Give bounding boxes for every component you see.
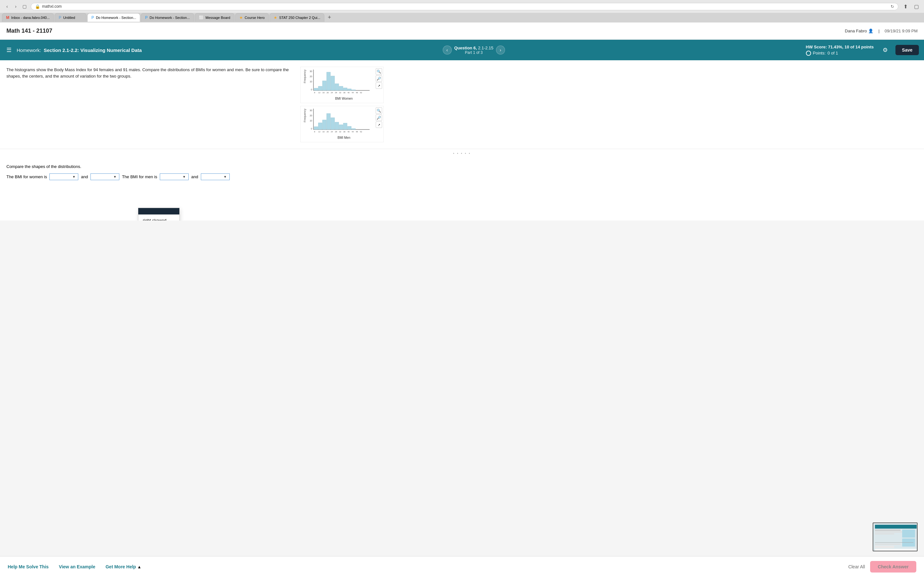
untitled-icon: P bbox=[59, 15, 61, 20]
tab-gmail[interactable]: M Inbox - dana.fabro.040... bbox=[2, 13, 54, 22]
tab-course-hero[interactable]: ★ Course Hero bbox=[235, 13, 269, 22]
tab-message-board[interactable]: ⬜ Message Board bbox=[195, 13, 234, 22]
lock-icon: 🔒 bbox=[35, 4, 40, 9]
men-chart-inner: 30 20 10 0 bbox=[307, 109, 381, 139]
women-zoom-out-button[interactable]: 🔎 bbox=[376, 75, 382, 82]
svg-text:10: 10 bbox=[310, 119, 312, 122]
question-part: Part 1 of 3 bbox=[454, 50, 493, 55]
save-button[interactable]: Save bbox=[895, 45, 919, 55]
hamburger-menu-button[interactable]: ☰ bbox=[5, 45, 13, 55]
dropdown-option-right-skewed[interactable]: right-skewed bbox=[138, 214, 179, 221]
svg-rect-7 bbox=[318, 86, 322, 90]
homework-header: ☰ Homework: Section 2.1-2.2: Visualizing… bbox=[0, 40, 924, 60]
homework1-icon: P bbox=[91, 15, 94, 20]
tab-course-hero-label: Course Hero bbox=[245, 16, 265, 19]
tab-homework2[interactable]: P Do Homework - Section... bbox=[141, 13, 194, 22]
answer-prompt: Compare the shapes of the distributions. bbox=[6, 164, 918, 169]
homework-title: Homework: Section 2.1-2.2: Visualizing N… bbox=[17, 47, 142, 53]
message-board-icon: ⬜ bbox=[199, 15, 204, 20]
nav-buttons: ‹ › ▢ bbox=[3, 3, 28, 10]
women-chart-title: BMI Women bbox=[307, 97, 381, 100]
svg-rect-14 bbox=[347, 89, 351, 90]
women-dropdown-1[interactable]: ▼ bbox=[49, 173, 78, 180]
svg-text:20: 20 bbox=[310, 75, 312, 77]
dropdown-1-arrow: ▼ bbox=[73, 175, 76, 179]
user-info: Dana Fabro 👤 | 09/19/21 9:09 PM bbox=[845, 29, 918, 33]
share-button[interactable]: ⬆ bbox=[901, 2, 910, 11]
women-expand-button[interactable]: ↗ bbox=[376, 82, 382, 89]
svg-text:16: 16 bbox=[322, 92, 325, 93]
svg-rect-36 bbox=[322, 120, 326, 129]
women-zoom-in-button[interactable]: 🔍 bbox=[376, 68, 382, 75]
men-y-axis-label: Frequency bbox=[303, 109, 306, 122]
back-button[interactable]: ‹ bbox=[3, 3, 11, 10]
answer-row: The BMI for women is ▼ and ▼ The BMI for… bbox=[6, 173, 918, 180]
svg-rect-42 bbox=[347, 126, 351, 129]
tab-homework2-label: Do Homework - Section... bbox=[150, 16, 190, 19]
dropdown-4-arrow: ▼ bbox=[224, 175, 227, 179]
homework-label: Homework: bbox=[17, 47, 41, 53]
address-bar[interactable] bbox=[42, 4, 889, 9]
svg-text:52: 52 bbox=[360, 131, 362, 133]
prev-question-button[interactable]: ‹ bbox=[443, 45, 452, 55]
svg-rect-10 bbox=[331, 76, 334, 90]
reload-button[interactable]: ↻ bbox=[891, 4, 894, 9]
new-tab-button[interactable]: ▢ bbox=[912, 2, 921, 11]
hw-points: Points: 0 of 1 bbox=[806, 51, 874, 56]
men-dropdown-2[interactable]: ▼ bbox=[201, 173, 230, 180]
dropdown-menu: right-skewed left-skewed symmetric bbox=[138, 208, 180, 221]
svg-text:0: 0 bbox=[311, 127, 312, 130]
settings-button[interactable]: ⚙ bbox=[881, 45, 889, 55]
women-chart-inner: 30 20 10 0 bbox=[307, 69, 381, 100]
tab-stat250[interactable]: ★ STAT 250 Chapter 2 Qui... bbox=[270, 13, 325, 22]
men-dropdown-1[interactable]: ▼ bbox=[160, 173, 189, 180]
forward-button[interactable]: › bbox=[12, 3, 19, 10]
svg-rect-41 bbox=[343, 123, 347, 129]
dropdown-3-arrow: ▼ bbox=[183, 175, 186, 179]
men-chart-title: BMI Men bbox=[307, 136, 381, 139]
svg-rect-39 bbox=[335, 122, 339, 129]
question-info: Question 6, 2.1-2.15 Part 1 of 3 bbox=[454, 45, 493, 55]
next-question-button[interactable]: › bbox=[496, 45, 505, 55]
svg-rect-6 bbox=[314, 88, 318, 90]
svg-text:12: 12 bbox=[318, 92, 320, 93]
tab-stat250-label: STAT 250 Chapter 2 Qui... bbox=[279, 16, 320, 19]
tab-homework1[interactable]: P Do Homework - Section... bbox=[87, 13, 140, 22]
charts-panel: 🔍 🔎 ↗ Frequency 30 20 bbox=[300, 67, 384, 142]
tab-untitled[interactable]: P Untitled bbox=[55, 13, 87, 22]
svg-rect-15 bbox=[352, 90, 355, 90]
dropdown-selected-item[interactable] bbox=[138, 208, 179, 214]
browser-actions: ⬆ ▢ bbox=[901, 2, 921, 11]
tab-message-label: Message Board bbox=[206, 16, 230, 19]
new-tab-plus-button[interactable]: + bbox=[325, 13, 334, 22]
svg-text:10: 10 bbox=[310, 81, 312, 83]
men-expand-button[interactable]: ↗ bbox=[376, 121, 382, 128]
user-name: Dana Fabro 👤 bbox=[845, 29, 873, 33]
women-zoom-controls: 🔍 🔎 ↗ bbox=[376, 68, 382, 89]
svg-text:30: 30 bbox=[310, 109, 312, 111]
bmi-women-label: The BMI for women is bbox=[6, 174, 47, 179]
svg-text:24: 24 bbox=[331, 131, 333, 133]
svg-rect-11 bbox=[335, 84, 339, 90]
svg-text:0: 0 bbox=[311, 89, 312, 91]
dropdown-2-arrow: ▼ bbox=[113, 175, 116, 179]
women-dropdown-2[interactable]: ▼ bbox=[90, 173, 120, 180]
women-histogram: Frequency 30 20 10 0 bbox=[303, 69, 381, 100]
men-zoom-out-button[interactable]: 🔎 bbox=[376, 114, 382, 121]
section-divider[interactable]: • • • • • bbox=[0, 149, 924, 158]
window-toggle-button[interactable]: ▢ bbox=[21, 3, 28, 10]
address-bar-container: 🔒 ↻ bbox=[31, 3, 898, 10]
men-zoom-in-button[interactable]: 🔍 bbox=[376, 107, 382, 114]
svg-text:28: 28 bbox=[335, 92, 337, 93]
svg-rect-13 bbox=[343, 88, 347, 90]
main-content: The histograms show the Body Mass Index … bbox=[0, 60, 924, 221]
svg-text:32: 32 bbox=[339, 131, 341, 133]
svg-text:48: 48 bbox=[356, 131, 358, 133]
bmi-men-label: The BMI for men is bbox=[122, 174, 157, 179]
user-icon: 👤 bbox=[868, 29, 873, 33]
women-y-axis-label: Frequency bbox=[303, 69, 306, 83]
question-area: The histograms show the Body Mass Index … bbox=[0, 60, 924, 149]
women-chart-container: 🔍 🔎 ↗ Frequency 30 20 bbox=[300, 67, 384, 103]
score-section: HW Score: 71.43%, 10 of 14 points Points… bbox=[806, 45, 874, 56]
divider-dots: • • • • • bbox=[453, 152, 471, 155]
